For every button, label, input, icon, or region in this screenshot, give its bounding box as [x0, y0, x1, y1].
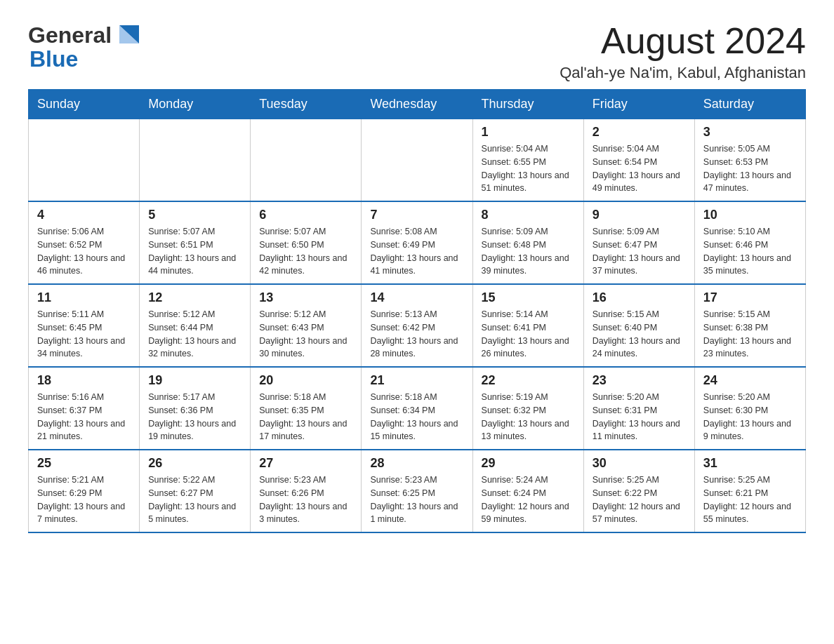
day-number: 16 — [593, 290, 686, 305]
calendar-cell: 20Sunrise: 5:18 AMSunset: 6:35 PMDayligh… — [251, 367, 362, 450]
month-title: August 2024 — [560, 21, 806, 61]
day-info: Sunrise: 5:25 AMSunset: 6:22 PMDaylight:… — [593, 474, 686, 526]
calendar-cell: 28Sunrise: 5:23 AMSunset: 6:25 PMDayligh… — [362, 450, 472, 532]
calendar-cell: 15Sunrise: 5:14 AMSunset: 6:41 PMDayligh… — [472, 284, 583, 367]
calendar-cell: 19Sunrise: 5:17 AMSunset: 6:36 PMDayligh… — [140, 367, 251, 450]
calendar-cell: 21Sunrise: 5:18 AMSunset: 6:34 PMDayligh… — [362, 367, 472, 450]
logo-icon — [114, 21, 142, 49]
calendar-cell: 5Sunrise: 5:07 AMSunset: 6:51 PMDaylight… — [140, 201, 251, 284]
calendar-week-2: 4Sunrise: 5:06 AMSunset: 6:52 PMDaylight… — [29, 201, 806, 284]
day-info: Sunrise: 5:12 AMSunset: 6:43 PMDaylight:… — [259, 308, 352, 361]
day-info: Sunrise: 5:08 AMSunset: 6:49 PMDaylight:… — [370, 225, 463, 278]
calendar-cell: 26Sunrise: 5:22 AMSunset: 6:27 PMDayligh… — [140, 450, 251, 532]
day-number: 11 — [37, 290, 131, 305]
day-info: Sunrise: 5:14 AMSunset: 6:41 PMDaylight:… — [482, 308, 575, 361]
day-number: 28 — [370, 456, 463, 471]
day-info: Sunrise: 5:25 AMSunset: 6:21 PMDaylight:… — [703, 474, 797, 526]
day-number: 17 — [703, 290, 797, 305]
calendar-cell: 14Sunrise: 5:13 AMSunset: 6:42 PMDayligh… — [362, 284, 472, 367]
day-info: Sunrise: 5:04 AMSunset: 6:55 PMDaylight:… — [482, 142, 575, 195]
page-header: General Blue August 2024 Qal'ah-ye Na'im… — [28, 21, 806, 82]
day-number: 18 — [37, 373, 131, 388]
calendar-header-wednesday: Wednesday — [362, 90, 472, 119]
day-number: 21 — [370, 373, 463, 388]
day-number: 29 — [482, 456, 575, 471]
day-info: Sunrise: 5:11 AMSunset: 6:45 PMDaylight:… — [37, 308, 131, 361]
day-info: Sunrise: 5:20 AMSunset: 6:31 PMDaylight:… — [593, 391, 686, 443]
calendar-cell: 9Sunrise: 5:09 AMSunset: 6:47 PMDaylight… — [583, 201, 694, 284]
day-number: 8 — [482, 208, 575, 222]
day-number: 12 — [148, 290, 241, 305]
calendar-cell: 2Sunrise: 5:04 AMSunset: 6:54 PMDaylight… — [583, 119, 694, 202]
day-info: Sunrise: 5:10 AMSunset: 6:46 PMDaylight:… — [703, 225, 797, 278]
calendar-cell — [362, 119, 472, 202]
calendar-cell: 27Sunrise: 5:23 AMSunset: 6:26 PMDayligh… — [251, 450, 362, 532]
day-number: 2 — [593, 125, 686, 140]
calendar-header-row: SundayMondayTuesdayWednesdayThursdayFrid… — [29, 90, 806, 119]
calendar-cell: 11Sunrise: 5:11 AMSunset: 6:45 PMDayligh… — [29, 284, 140, 367]
calendar-cell: 3Sunrise: 5:05 AMSunset: 6:53 PMDaylight… — [694, 119, 805, 202]
day-info: Sunrise: 5:16 AMSunset: 6:37 PMDaylight:… — [37, 391, 131, 443]
day-number: 24 — [703, 373, 797, 388]
calendar-cell: 23Sunrise: 5:20 AMSunset: 6:31 PMDayligh… — [583, 367, 694, 450]
calendar-cell: 29Sunrise: 5:24 AMSunset: 6:24 PMDayligh… — [472, 450, 583, 532]
calendar-header-saturday: Saturday — [694, 90, 805, 119]
day-number: 26 — [148, 456, 241, 471]
day-number: 27 — [259, 456, 352, 471]
calendar-header-friday: Friday — [583, 90, 694, 119]
calendar-cell — [29, 119, 140, 202]
day-info: Sunrise: 5:13 AMSunset: 6:42 PMDaylight:… — [370, 308, 463, 361]
day-info: Sunrise: 5:22 AMSunset: 6:27 PMDaylight:… — [148, 474, 241, 526]
calendar-cell: 4Sunrise: 5:06 AMSunset: 6:52 PMDaylight… — [29, 201, 140, 284]
day-number: 30 — [593, 456, 686, 471]
day-number: 5 — [148, 208, 241, 222]
calendar-week-1: 1Sunrise: 5:04 AMSunset: 6:55 PMDaylight… — [29, 119, 806, 202]
day-number: 3 — [703, 125, 797, 140]
calendar-cell: 12Sunrise: 5:12 AMSunset: 6:44 PMDayligh… — [140, 284, 251, 367]
day-number: 15 — [482, 290, 575, 305]
day-number: 9 — [593, 208, 686, 222]
day-info: Sunrise: 5:09 AMSunset: 6:47 PMDaylight:… — [593, 225, 686, 278]
day-number: 20 — [259, 373, 352, 388]
day-number: 25 — [37, 456, 131, 471]
day-info: Sunrise: 5:18 AMSunset: 6:34 PMDaylight:… — [370, 391, 463, 443]
day-info: Sunrise: 5:19 AMSunset: 6:32 PMDaylight:… — [482, 391, 575, 443]
calendar-header-tuesday: Tuesday — [251, 90, 362, 119]
day-info: Sunrise: 5:20 AMSunset: 6:30 PMDaylight:… — [703, 391, 797, 443]
day-info: Sunrise: 5:18 AMSunset: 6:35 PMDaylight:… — [259, 391, 352, 443]
calendar-cell: 10Sunrise: 5:10 AMSunset: 6:46 PMDayligh… — [694, 201, 805, 284]
calendar-header-thursday: Thursday — [472, 90, 583, 119]
calendar-cell: 25Sunrise: 5:21 AMSunset: 6:29 PMDayligh… — [29, 450, 140, 532]
calendar-header-monday: Monday — [140, 90, 251, 119]
calendar-cell: 8Sunrise: 5:09 AMSunset: 6:48 PMDaylight… — [472, 201, 583, 284]
calendar-cell: 13Sunrise: 5:12 AMSunset: 6:43 PMDayligh… — [251, 284, 362, 367]
logo-general: General — [28, 22, 112, 48]
day-number: 1 — [482, 125, 575, 140]
day-info: Sunrise: 5:15 AMSunset: 6:40 PMDaylight:… — [593, 308, 686, 361]
day-number: 14 — [370, 290, 463, 305]
calendar-week-4: 18Sunrise: 5:16 AMSunset: 6:37 PMDayligh… — [29, 367, 806, 450]
day-info: Sunrise: 5:15 AMSunset: 6:38 PMDaylight:… — [703, 308, 797, 361]
calendar-cell: 1Sunrise: 5:04 AMSunset: 6:55 PMDaylight… — [472, 119, 583, 202]
day-number: 13 — [259, 290, 352, 305]
day-info: Sunrise: 5:23 AMSunset: 6:25 PMDaylight:… — [370, 474, 463, 526]
day-info: Sunrise: 5:21 AMSunset: 6:29 PMDaylight:… — [37, 474, 131, 526]
day-info: Sunrise: 5:06 AMSunset: 6:52 PMDaylight:… — [37, 225, 131, 278]
day-info: Sunrise: 5:07 AMSunset: 6:50 PMDaylight:… — [259, 225, 352, 278]
day-number: 22 — [482, 373, 575, 388]
day-number: 10 — [703, 208, 797, 222]
calendar-cell — [140, 119, 251, 202]
day-number: 19 — [148, 373, 241, 388]
calendar-table: SundayMondayTuesdayWednesdayThursdayFrid… — [28, 89, 806, 533]
day-info: Sunrise: 5:05 AMSunset: 6:53 PMDaylight:… — [703, 142, 797, 195]
logo-blue: Blue — [29, 46, 78, 72]
day-number: 4 — [37, 208, 131, 222]
calendar-cell: 7Sunrise: 5:08 AMSunset: 6:49 PMDaylight… — [362, 201, 472, 284]
logo: General Blue — [28, 21, 142, 72]
calendar-cell: 30Sunrise: 5:25 AMSunset: 6:22 PMDayligh… — [583, 450, 694, 532]
day-info: Sunrise: 5:04 AMSunset: 6:54 PMDaylight:… — [593, 142, 686, 195]
calendar-cell: 18Sunrise: 5:16 AMSunset: 6:37 PMDayligh… — [29, 367, 140, 450]
logo-wordmark: General Blue — [28, 21, 142, 72]
calendar-cell: 22Sunrise: 5:19 AMSunset: 6:32 PMDayligh… — [472, 367, 583, 450]
calendar-cell: 6Sunrise: 5:07 AMSunset: 6:50 PMDaylight… — [251, 201, 362, 284]
